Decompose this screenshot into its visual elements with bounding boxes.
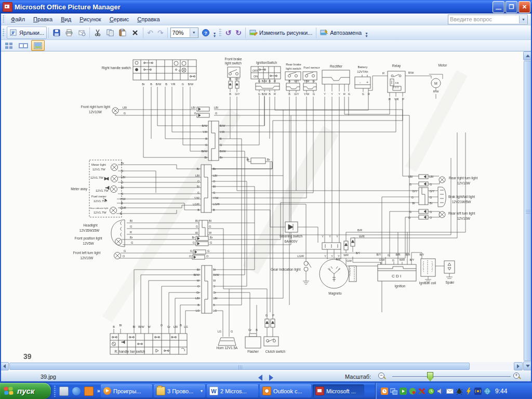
edit-pictures-button[interactable]: Изменить рисунки... xyxy=(247,27,314,38)
diagram-label: O xyxy=(123,255,125,258)
taskbar: пуск » Проигры... 3 Прово... ▾ W 2 Micro… xyxy=(0,383,532,399)
scanned-wiring-diagram[interactable]: Right handle switchFront brakelight swit… xyxy=(0,51,523,362)
menu-tools[interactable]: Сервис xyxy=(105,15,134,24)
quick-launch-browser-icon[interactable] xyxy=(72,387,81,395)
minimize-button[interactable]: — xyxy=(493,1,504,13)
diagram-label: Br xyxy=(121,162,124,165)
diagram-label: B xyxy=(197,208,200,211)
save-button[interactable] xyxy=(50,27,63,38)
tray-wireless-icon[interactable] xyxy=(474,388,482,395)
diagram-label: Brak light/tail light xyxy=(448,195,475,199)
menu-file[interactable]: Файл xyxy=(7,15,29,24)
autocorrect-button[interactable]: Автозамена xyxy=(318,27,364,38)
quick-launch-calculator-icon[interactable] xyxy=(59,387,69,396)
zoom-slider-track[interactable] xyxy=(392,376,511,378)
menu-picture[interactable]: Рисунок xyxy=(75,15,105,24)
horizontal-scroll-thumb[interactable] xyxy=(9,363,470,370)
rotate-right-button[interactable]: ↻ xyxy=(233,27,244,38)
previous-picture-button[interactable] xyxy=(258,375,262,381)
task-word[interactable]: W 2 Micros... xyxy=(207,384,258,397)
undo-button[interactable]: ↶ xyxy=(145,27,155,38)
scroll-left-button[interactable] xyxy=(0,362,9,370)
send-picture-button[interactable] xyxy=(75,27,88,38)
toolbar-drag-handle[interactable] xyxy=(3,29,5,37)
windows-flag-icon xyxy=(4,386,15,396)
diagram-label: + xyxy=(366,81,368,84)
diagram-label: W xyxy=(213,279,216,282)
diagram-label: G xyxy=(265,314,268,317)
single-picture-view-button[interactable] xyxy=(31,40,45,51)
diagram-label: Y xyxy=(331,92,333,96)
horizontal-scrollbar[interactable] xyxy=(0,362,523,370)
diagram-label: B xyxy=(269,79,271,83)
group-expand-arrow[interactable]: ▾ xyxy=(201,389,203,393)
tray-antivirus-icon[interactable] xyxy=(409,388,416,395)
diagram-label: 12V1.7W xyxy=(96,189,109,192)
thumbnail-view-icon xyxy=(5,42,13,49)
paste-button[interactable] xyxy=(116,27,129,38)
diagram-label: Y xyxy=(336,235,338,238)
zoom-combobox[interactable]: 70% ▼ xyxy=(170,28,198,38)
task-media-player[interactable]: Проигры... xyxy=(101,384,152,397)
zoom-slider-label: Масштаб: xyxy=(345,374,371,380)
tray-volume-icon[interactable] xyxy=(437,388,444,395)
task-explorer-group[interactable]: 3 Прово... ▾ xyxy=(154,384,205,397)
quick-launch-overflow-chevron[interactable]: » xyxy=(97,388,100,394)
diagram-label: G xyxy=(362,92,364,96)
copy-button[interactable] xyxy=(104,27,116,38)
menu-edit[interactable]: Правка xyxy=(29,15,57,24)
menu-view[interactable]: Вид xyxy=(57,15,75,24)
diagram-label: Y xyxy=(322,235,324,238)
diagram-label: R xyxy=(389,98,391,101)
toolbar-options-chevron[interactable]: ▾▾ xyxy=(212,26,218,39)
rotate-left-button[interactable]: ↺ xyxy=(223,27,234,38)
menubar-drag-handle[interactable] xyxy=(3,15,5,23)
shortcuts-button[interactable]: Ярлыки... xyxy=(7,26,47,39)
diagram-label: G xyxy=(430,210,432,214)
zoom-in-icon[interactable]: + xyxy=(513,373,521,380)
tray-globe-icon[interactable] xyxy=(484,388,491,395)
task-outlook[interactable]: Outlook c... xyxy=(260,384,311,397)
diagram-label: Bl xyxy=(130,219,132,222)
zoom-dropdown-arrow[interactable]: ▼ xyxy=(190,29,198,37)
print-button[interactable] xyxy=(63,27,75,38)
tray-media-icon[interactable] xyxy=(400,388,407,395)
restore-button[interactable]: ❐ xyxy=(506,1,517,13)
ask-dropdown-arrow[interactable]: ▼ xyxy=(519,16,527,23)
diagram-label: LBl xyxy=(214,106,218,109)
help-button[interactable]: ? xyxy=(200,27,212,38)
vertical-scroll-thumb[interactable] xyxy=(524,61,531,361)
delete-button[interactable] xyxy=(129,27,141,38)
tray-error-icon[interactable] xyxy=(418,388,425,395)
start-button[interactable]: пуск xyxy=(0,383,51,399)
menu-help[interactable]: Справка xyxy=(133,15,164,24)
tray-lightning-icon[interactable] xyxy=(465,388,472,395)
zoom-out-icon[interactable]: − xyxy=(378,373,386,380)
tray-bug-icon[interactable] xyxy=(456,388,463,395)
toolbar-drag-handle[interactable] xyxy=(219,29,222,37)
quick-launch-clock-icon[interactable] xyxy=(84,387,94,396)
thumbnail-view-button[interactable] xyxy=(2,40,16,51)
redo-button[interactable]: ↷ xyxy=(155,27,166,38)
diagram-label: R xyxy=(274,92,276,96)
copy-icon xyxy=(106,29,114,37)
scroll-right-button[interactable] xyxy=(514,362,523,370)
toolbar-options-chevron[interactable]: ▾▾ xyxy=(364,26,369,39)
cut-button[interactable] xyxy=(91,27,104,38)
diagram-label: 12V21W/5W xyxy=(452,200,471,204)
tray-alarm-icon[interactable] xyxy=(428,388,435,395)
next-picture-button[interactable] xyxy=(269,375,273,381)
tray-network-icon[interactable] xyxy=(390,388,397,395)
system-tray: 9:44 xyxy=(375,383,532,399)
zoom-slider-thumb[interactable] xyxy=(427,372,433,381)
diagram-label: Y/R xyxy=(170,83,175,86)
diagram-label: W/R xyxy=(343,254,349,257)
close-button[interactable]: ✕ xyxy=(518,1,530,13)
diagram-label: B xyxy=(256,328,258,331)
task-picture-manager[interactable]: Microsoft ... xyxy=(313,384,364,397)
filmstrip-view-button[interactable] xyxy=(17,40,30,51)
diagram-label: Gr xyxy=(196,291,200,294)
tray-mail-icon[interactable] xyxy=(446,388,454,395)
ask-a-question-box[interactable]: Введите вопрос ▼ xyxy=(448,15,528,24)
tray-clock-icon[interactable] xyxy=(381,388,388,395)
